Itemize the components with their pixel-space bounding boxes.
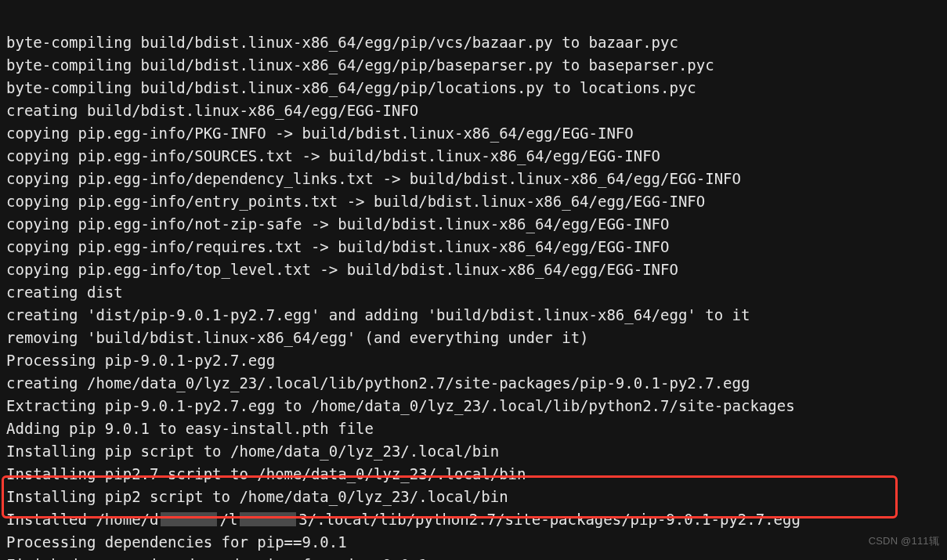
terminal-line: Installing pip script to /home/data_0/ly…: [6, 440, 941, 463]
terminal-line: copying pip.egg-info/dependency_links.tx…: [6, 168, 941, 190]
terminal-line: creating 'dist/pip-9.0.1-py2.7.egg' and …: [6, 304, 941, 327]
terminal-line: copying pip.egg-info/not-zip-safe -> bui…: [6, 213, 941, 236]
terminal-line: Processing dependencies for pip==9.0.1: [6, 531, 941, 554]
terminal-line: creating build/bdist.linux-x86_64/egg/EG…: [6, 99, 941, 122]
terminal-line: creating /home/data_0/lyz_23/.local/lib/…: [6, 372, 941, 395]
redacted-text: [161, 512, 217, 526]
terminal-line: Extracting pip-9.0.1-py2.7.egg to /home/…: [6, 395, 941, 417]
terminal-line: Installing pip2 script to /home/data_0/l…: [6, 486, 941, 508]
terminal-line: byte-compiling build/bdist.linux-x86_64/…: [6, 54, 941, 77]
terminal-line: byte-compiling build/bdist.linux-x86_64/…: [6, 31, 941, 54]
terminal-line: copying pip.egg-info/top_level.txt -> bu…: [6, 258, 941, 281]
terminal-line: creating dist: [6, 281, 941, 304]
terminal-line: Processing pip-9.0.1-py2.7.egg: [6, 349, 941, 372]
terminal-line: Finished processing dependencies for pip…: [6, 554, 941, 560]
redacted-text: [240, 512, 296, 526]
terminal-line: removing 'build/bdist.linux-x86_64/egg' …: [6, 327, 941, 349]
terminal-line: copying pip.egg-info/entry_points.txt ->…: [6, 190, 941, 213]
terminal-line: Adding pip 9.0.1 to easy-install.pth fil…: [6, 417, 941, 440]
terminal-lines: byte-compiling build/bdist.linux-x86_64/…: [6, 31, 941, 560]
terminal-line: copying pip.egg-info/PKG-INFO -> build/b…: [6, 122, 941, 145]
terminal-line: Installed /home/d/l3/.local/lib/python2.…: [6, 508, 941, 531]
terminal-output[interactable]: byte-compiling build/bdist.linux-x86_64/…: [0, 0, 947, 560]
csdn-watermark: CSDN @111辄: [869, 529, 939, 552]
terminal-line: copying pip.egg-info/requires.txt -> bui…: [6, 236, 941, 258]
terminal-line: copying pip.egg-info/SOURCES.txt -> buil…: [6, 145, 941, 168]
terminal-line: Installing pip2.7 script to /home/data_0…: [6, 463, 941, 486]
terminal-line: byte-compiling build/bdist.linux-x86_64/…: [6, 77, 941, 99]
